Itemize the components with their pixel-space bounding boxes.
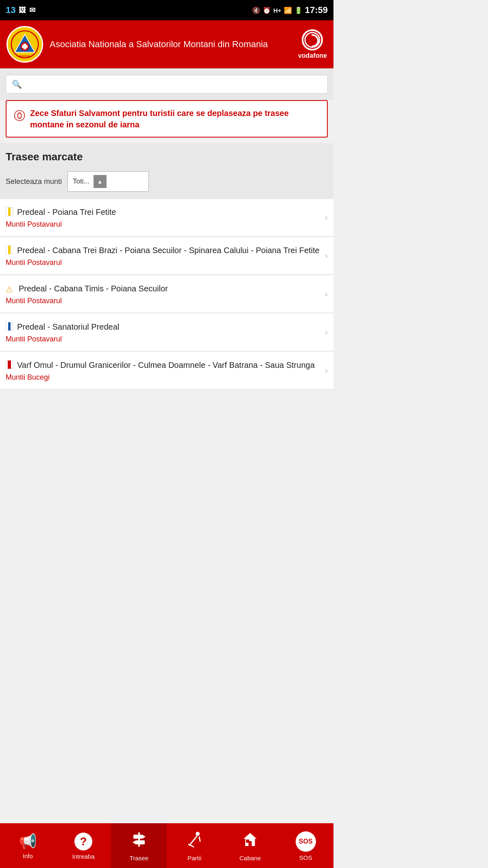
cabin-icon — [241, 831, 259, 852]
trail-region: Muntii Bucegi — [6, 373, 320, 382]
trail-item[interactable]: Varf Omul - Drumul Granicerilor - Culmea… — [0, 352, 333, 389]
select-label: Selecteaza munti — [6, 177, 62, 186]
app-logo: MONTANI — [7, 26, 43, 63]
nav-label-partii: Partii — [187, 855, 201, 861]
trail-region: Muntii Postavarul — [6, 220, 320, 229]
search-container: 🔍 — [0, 68, 333, 100]
trail-content: ⚠ Predeal - Cabana Timis - Poiana Secuil… — [6, 283, 320, 305]
main-content: 🔍 ⓪ Zece Sfaturi Salvamont pentru turist… — [0, 68, 333, 438]
vodafone-icon — [302, 29, 323, 50]
trail-name: Predeal - Sanatoriul Predeal — [6, 321, 320, 332]
nav-label-trasee: Trasee — [130, 855, 148, 861]
chevron-right-icon: › — [325, 251, 328, 261]
mail-icon: ✉ — [29, 6, 35, 15]
trail-region: Muntii Postavarul — [6, 297, 320, 305]
svg-rect-4 — [22, 45, 28, 48]
trail-item[interactable]: Predeal - Poiana Trei Fetite Muntii Post… — [0, 199, 333, 236]
chevron-right-icon: › — [325, 365, 328, 376]
alarm-icon: ⏰ — [263, 7, 271, 14]
status-time: 17:59 — [305, 5, 328, 15]
trail-marker-yellow — [6, 207, 13, 216]
trail-content: Predeal - Sanatoriul Predeal Muntii Post… — [6, 321, 320, 343]
trail-content: Predeal - Poiana Trei Fetite Muntii Post… — [6, 206, 320, 229]
svg-rect-7 — [138, 832, 140, 847]
alert-text: Zece Sfaturi Salvamont pentru turistii c… — [30, 107, 320, 130]
trail-marker-red — [6, 360, 13, 369]
section-title: Trasee marcate — [0, 143, 333, 167]
nav-item-cabane[interactable]: Cabane — [222, 823, 278, 868]
signpost-icon — [130, 831, 148, 852]
trail-content: Predeal - Cabana Trei Brazi - Poiana Sec… — [6, 245, 320, 267]
trail-list: Predeal - Poiana Trei Fetite Muntii Post… — [0, 199, 333, 389]
trail-name: ⚠ Predeal - Cabana Timis - Poiana Secuil… — [6, 283, 320, 294]
trail-item[interactable]: Predeal - Sanatoriul Predeal Muntii Post… — [0, 314, 333, 351]
trail-marker-triangle: ⚠ — [6, 284, 15, 293]
nav-label-intreaba: Intreaba — [72, 853, 94, 860]
nav-item-sos[interactable]: SOS SOS — [278, 823, 333, 868]
trail-item[interactable]: Predeal - Cabana Trei Brazi - Poiana Sec… — [0, 237, 333, 275]
select-value: Toti... — [73, 177, 89, 186]
svg-rect-8 — [133, 835, 142, 839]
chevron-right-icon: › — [325, 327, 328, 338]
svg-rect-10 — [136, 840, 145, 844]
nav-item-info[interactable]: 📢 Info — [0, 823, 56, 868]
select-munti[interactable]: Toti... ▲ — [68, 171, 149, 192]
nav-label-cabane: Cabane — [240, 855, 261, 861]
trail-marker-yellow — [6, 245, 13, 254]
battery-icon: 🔋 — [294, 7, 303, 14]
mute-icon: 🔇 — [252, 7, 260, 14]
question-icon: ? — [74, 833, 92, 851]
svg-marker-11 — [133, 840, 136, 844]
trail-item[interactable]: ⚠ Predeal - Cabana Timis - Poiana Secuil… — [0, 275, 333, 313]
trail-region: Muntii Postavarul — [6, 335, 320, 343]
vodafone-label: vodafone — [298, 52, 327, 59]
app-header: MONTANI Asociatia Nationala a Salvatoril… — [0, 20, 333, 68]
ski-icon — [185, 831, 203, 852]
search-bar[interactable]: 🔍 — [6, 75, 328, 94]
chevron-right-icon: › — [325, 212, 328, 223]
nav-label-info: Info — [23, 853, 33, 859]
megaphone-icon: 📢 — [19, 833, 37, 850]
trail-name: Predeal - Poiana Trei Fetite — [6, 206, 320, 218]
svg-rect-19 — [246, 840, 249, 843]
select-row: Selecteaza munti Toti... ▲ — [0, 167, 333, 199]
search-input[interactable] — [26, 80, 322, 89]
status-bar: 13 🖼 ✉ 🔇 ⏰ H+ 📶 🔋 17:59 — [0, 0, 333, 20]
header-title: Asociatia Nationala a Salvatorilor Monta… — [43, 39, 298, 50]
nav-item-trasee[interactable]: Trasee — [111, 823, 167, 868]
trail-name: Predeal - Cabana Trei Brazi - Poiana Sec… — [6, 245, 320, 256]
svg-line-15 — [199, 837, 200, 841]
sos-icon: SOS — [296, 831, 316, 852]
trail-marker-blue — [6, 322, 13, 331]
svg-text:MONTANI: MONTANI — [19, 55, 30, 57]
search-icon: 🔍 — [12, 79, 22, 89]
vodafone-logo: vodafone — [298, 29, 327, 59]
nav-item-partii[interactable]: Partii — [167, 823, 222, 868]
status-number: 13 — [6, 5, 15, 15]
alert-box[interactable]: ⓪ Zece Sfaturi Salvamont pentru turistii… — [6, 100, 328, 138]
data-icon: H+ — [273, 7, 281, 14]
trail-content: Varf Omul - Drumul Granicerilor - Culmea… — [6, 359, 320, 382]
signal-icon: 📶 — [284, 7, 292, 14]
trail-region: Muntii Postavarul — [6, 258, 320, 267]
svg-marker-9 — [142, 835, 146, 839]
svg-line-13 — [190, 836, 197, 845]
svg-marker-16 — [244, 833, 257, 839]
chevron-right-icon: › — [325, 289, 328, 300]
bottom-nav: 📢 Info ? Intreaba Trasee Part — [0, 823, 333, 868]
nav-label-sos: SOS — [299, 854, 312, 861]
image-icon: 🖼 — [19, 6, 26, 15]
nav-item-intreaba[interactable]: ? Intreaba — [56, 823, 111, 868]
select-arrow-icon: ▲ — [94, 175, 107, 188]
svg-point-12 — [196, 832, 200, 836]
trail-name: Varf Omul - Drumul Granicerilor - Culmea… — [6, 359, 320, 371]
alert-icon: ⓪ — [14, 108, 25, 124]
